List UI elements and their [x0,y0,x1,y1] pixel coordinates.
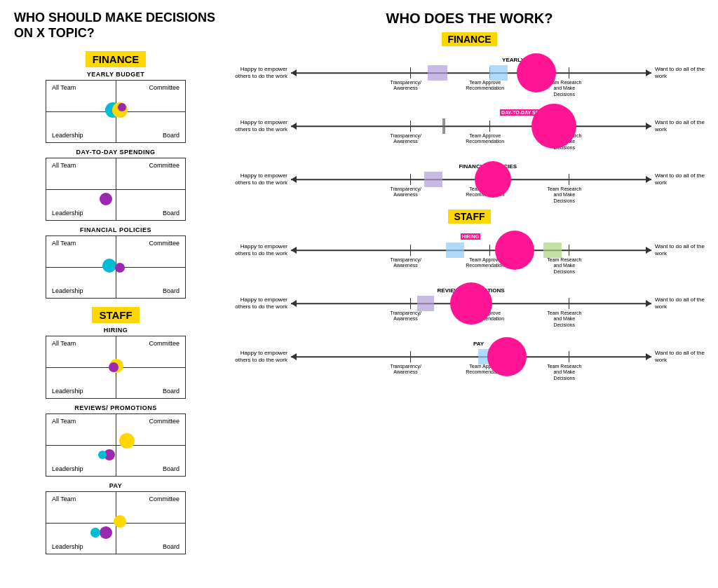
tick-label-financial-policies-0: Transparency/ Awareness [385,186,427,198]
tick-day-to-day-spending-1 [489,121,491,132]
left-axis-label-yearly-budget: Happy to empower others to do the work [231,66,291,79]
tick-label-reviews-promotions-0: Transparency/ Awareness [385,310,427,322]
quad-label-yearly-budget-tr: Committee [149,84,180,91]
left-subsection-title-reviews-promotions: REVIEWS/ PROMOTIONS [14,404,217,411]
quad-label-reviews-promotions-tl: All Team [52,418,76,425]
tick-pay-2 [569,351,570,362]
right-axis-label-yearly-budget: Want to do all of the work [651,66,707,79]
h-line-hiring [291,249,651,251]
tick-label-pay-2: Team Research and Make Decisions [543,364,585,381]
arrow-left-day-to-day-spending [291,123,297,130]
timeline-track-hiring: Transparency/ AwarenessTeam Approve Reco… [291,226,651,275]
quadrant-reviews-promotions: All TeamCommitteeLeadershipBoard [46,413,186,477]
quad-label-pay-bl: Leadership [52,543,83,550]
quad-dot-financial-policies-1 [115,263,125,273]
tick-label-hiring-2: Team Research and Make Decisions [543,257,585,275]
quad-label-yearly-budget-br: Board [163,132,180,139]
arrow-left-hiring [291,247,297,254]
right-subsection-row-day-to-day-spending: Happy to empower others to do the workTr… [231,102,707,151]
timeline-track-day-to-day-spending: Transparency/ AwarenessTeam Approve Reco… [291,102,651,151]
right-section-header-finance: FINANCE [231,34,707,45]
main-dot-financial-policies [475,161,511,198]
timeline-track-reviews-promotions: Transparency/ AwarenessTeam Approve Reco… [291,279,651,328]
tick-label-financial-policies-2: Team Research and Make Decisions [543,186,585,204]
quad-label-financial-policies-bl: Leadership [52,287,83,294]
timeline-rect-financial-policies-0 [424,172,442,187]
tick-label-day-to-day-spending-0: Transparency/ Awareness [385,133,427,145]
right-axis-label-pay: Want to do all of the work [651,350,707,363]
left-section-finance: FINANCEYEARLY BUDGETAll TeamCommitteeLea… [14,51,217,299]
right-section-finance: FINANCEHappy to empower others to do the… [231,34,707,204]
h-line-financial-policies [291,179,651,180]
main-dot-pay [487,337,527,376]
quadrant-financial-policies: All TeamCommitteeLeadershipBoard [46,235,186,299]
quad-label-reviews-promotions-tr: Committee [149,418,180,425]
timeline-track-financial-policies: Transparency/ AwarenessTeam Approve Reco… [291,155,651,204]
main-dot-reviews-promotions [450,282,492,324]
quad-label-day-to-day-spending-tl: All Team [52,162,76,169]
tick-reviews-promotions-0 [410,298,412,309]
quad-label-reviews-promotions-br: Board [163,465,180,472]
timeline-rect-yearly-budget-0 [428,65,447,81]
quad-dot-financial-policies-0 [102,259,116,273]
left-section-header-finance: FINANCE [86,51,147,67]
topic-label-hiring: HIRING [461,233,481,240]
right-subsection-row-yearly-budget: Happy to empower others to do the workTr… [231,48,707,97]
quad-dot-reviews-promotions-0 [119,433,135,449]
tick-financial-policies-2 [569,174,570,185]
tick-day-to-day-spending-0 [410,121,412,132]
arrow-right-financial-policies [646,176,651,183]
quad-label-hiring-br: Board [163,388,180,395]
quadrant-day-to-day-spending: All TeamCommitteeLeadershipBoard [46,158,186,221]
quad-dot-day-to-day-spending-0 [100,193,112,205]
tick-pay-0 [410,351,412,362]
quad-label-reviews-promotions-bl: Leadership [52,465,83,472]
quad-dot-pay-2 [114,515,126,528]
arrow-left-reviews-promotions [291,300,297,307]
arrow-right-yearly-budget [646,69,651,76]
quad-label-financial-policies-tl: All Team [52,240,76,247]
tick-hiring-0 [410,245,412,256]
arrow-left-pay [291,353,297,360]
h-line-day-to-day-spending [291,125,651,127]
topic-label-pay: PAY [471,340,486,348]
arrow-right-day-to-day-spending [646,123,651,130]
tick-label-hiring-0: Transparency/ Awareness [385,257,427,269]
quad-label-yearly-budget-bl: Leadership [52,132,83,139]
right-subsection-row-financial-policies: Happy to empower others to do the workTr… [231,155,707,204]
quad-label-pay-tr: Committee [149,495,180,502]
left-axis-label-pay: Happy to empower others to do the work [231,350,291,363]
quad-label-yearly-budget-tl: All Team [52,84,76,91]
quad-label-financial-policies-br: Board [163,287,180,294]
tick-label-day-to-day-spending-1: Team Approve Recommendation [464,133,506,145]
right-axis-label-reviews-promotions: Want to do all of the work [651,296,707,310]
left-subsection-title-day-to-day-spending: DAY-TO-DAY SPENDING [14,149,217,156]
right-axis-label-hiring: Want to do all of the work [651,243,707,257]
quad-label-day-to-day-spending-bl: Leadership [52,210,83,217]
right-axis-label-financial-policies: Want to do all of the work [651,172,707,186]
tick-financial-policies-0 [410,174,412,185]
right-section-header-staff: STAFF [231,211,707,222]
left-panel: WHO SHOULD MAKE DECISIONS ON X TOPIC? FI… [7,7,224,581]
quad-dot-pay-1 [90,528,100,538]
left-axis-label-hiring: Happy to empower others to do the work [231,243,291,257]
left-subsection-title-financial-policies: FINANCIAL POLICIES [14,226,217,233]
quad-label-pay-tl: All Team [52,495,76,502]
timeline-track-pay: Transparency/ AwarenessTeam Approve Reco… [291,332,651,381]
right-panel: WHO DOES THE WORK? FINANCEHappy to empow… [224,7,711,581]
arrow-right-pay [646,353,651,360]
left-section-header-staff: STAFF [92,307,139,323]
main-dot-day-to-day-spending [531,104,576,149]
h-line-pay [291,356,651,357]
quad-label-financial-policies-tr: Committee [149,240,180,247]
quad-label-day-to-day-spending-br: Board [163,210,180,217]
right-subsection-row-hiring: Happy to empower others to do the workTr… [231,226,707,275]
main-dot-hiring [495,231,534,270]
tick-label-yearly-budget-1: Team Approve Recommendation [464,80,506,92]
left-title: WHO SHOULD MAKE DECISIONS ON X TOPIC? [14,11,217,41]
quad-label-hiring-bl: Leadership [52,388,83,395]
right-subsection-row-pay: Happy to empower others to do the workTr… [231,332,707,381]
arrow-right-reviews-promotions [646,300,651,307]
arrow-left-yearly-budget [291,69,297,76]
timeline-rect-day-to-day-spending-0 [442,118,445,134]
